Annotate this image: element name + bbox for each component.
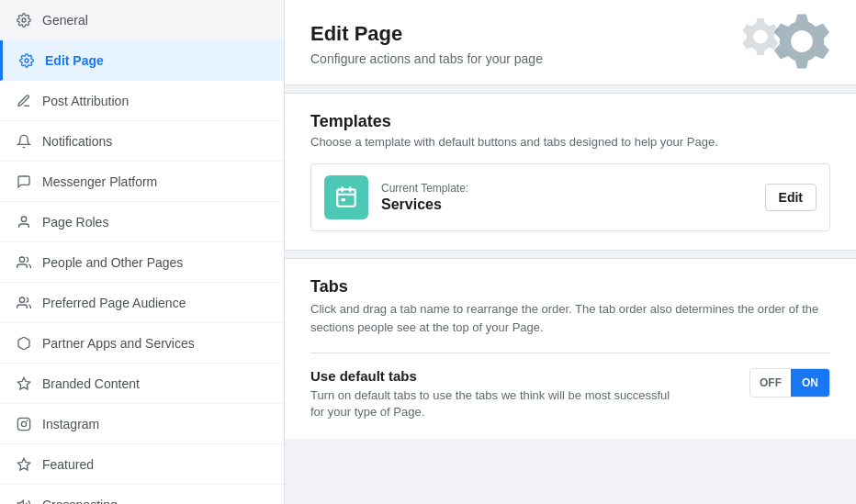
sidebar-item-label-messenger-platform: Messenger Platform <box>42 174 157 189</box>
sidebar-item-label-edit-page: Edit Page <box>45 53 104 68</box>
sidebar-item-branded-content[interactable]: Branded Content <box>0 364 284 404</box>
templates-title: Templates <box>310 112 830 131</box>
template-icon <box>324 175 368 219</box>
sidebar-item-label-featured: Featured <box>42 457 94 472</box>
page-header: Edit Page Configure actions and tabs for… <box>285 0 856 85</box>
template-info: Current Template: Services <box>381 182 752 213</box>
svg-rect-15 <box>342 198 345 201</box>
sidebar-item-featured[interactable]: Featured <box>0 444 284 485</box>
svg-point-4 <box>19 297 24 302</box>
edit-page-icon <box>17 51 36 70</box>
post-attribution-icon <box>15 92 33 110</box>
page-title: Edit Page <box>310 22 543 46</box>
sidebar-item-edit-page[interactable]: Edit Page <box>0 40 284 81</box>
sidebar-item-label-general: General <box>42 13 88 28</box>
default-tabs-text: Use default tabs Turn on default tabs to… <box>310 368 678 420</box>
sidebar-item-label-preferred-page-audience: Preferred Page Audience <box>42 296 186 310</box>
tabs-section-description: Click and drag a tab name to rearrange t… <box>310 300 830 336</box>
gear-decoration <box>738 9 834 73</box>
default-tabs-row: Use default tabs Turn on default tabs to… <box>310 353 830 420</box>
sidebar-item-notifications[interactable]: Notifications <box>0 121 284 162</box>
messenger-platform-icon <box>15 173 33 191</box>
default-tabs-label: Use default tabs <box>310 368 678 384</box>
sidebar-item-label-page-roles: Page Roles <box>42 215 108 230</box>
current-template-label: Current Template: <box>381 182 752 195</box>
sidebar-item-label-post-attribution: Post Attribution <box>42 94 129 108</box>
sidebar-item-label-notifications: Notifications <box>42 134 112 149</box>
sidebar-item-post-attribution[interactable]: Post Attribution <box>0 81 284 121</box>
svg-marker-5 <box>17 377 29 389</box>
crossposting-icon <box>15 496 33 505</box>
sidebar: GeneralEdit PagePost AttributionNotifica… <box>0 0 285 504</box>
templates-description: Choose a template with default buttons a… <box>310 135 830 149</box>
sidebar-item-messenger-platform[interactable]: Messenger Platform <box>0 162 284 202</box>
main-content: Edit Page Configure actions and tabs for… <box>285 0 856 504</box>
gear-big-icon <box>770 9 834 73</box>
svg-point-1 <box>25 59 28 62</box>
sidebar-item-people-other-pages[interactable]: People and Other Pages <box>0 242 284 283</box>
sidebar-item-label-branded-content: Branded Content <box>42 376 140 391</box>
sidebar-item-general[interactable]: General <box>0 0 284 40</box>
sidebar-item-label-partner-apps: Partner Apps and Services <box>42 336 195 351</box>
featured-icon <box>15 455 33 474</box>
page-subtitle: Configure actions and tabs for your page <box>310 51 543 66</box>
template-card: Current Template: Services Edit <box>310 163 830 231</box>
svg-marker-9 <box>17 458 29 470</box>
sidebar-item-crossposting[interactable]: Crossposting <box>0 485 284 504</box>
sidebar-item-label-instagram: Instagram <box>42 417 99 431</box>
tabs-section: Tabs Click and drag a tab name to rearra… <box>285 258 856 439</box>
svg-rect-6 <box>17 418 29 430</box>
svg-marker-10 <box>17 500 23 504</box>
notifications-icon <box>15 132 33 151</box>
page-header-text: Edit Page Configure actions and tabs for… <box>310 22 543 66</box>
sidebar-item-label-people-other-pages: People and Other Pages <box>42 255 183 270</box>
svg-rect-11 <box>337 189 355 206</box>
calendar-icon <box>334 185 358 209</box>
svg-point-3 <box>19 257 24 262</box>
branded-content-icon <box>15 375 33 393</box>
toggle-off-label[interactable]: OFF <box>750 369 791 397</box>
svg-point-8 <box>27 420 28 421</box>
default-tabs-toggle[interactable]: OFF ON <box>749 368 830 398</box>
current-template-name: Services <box>381 196 752 213</box>
svg-point-7 <box>21 421 26 426</box>
sidebar-item-preferred-page-audience[interactable]: Preferred Page Audience <box>0 283 284 323</box>
instagram-icon <box>15 415 33 433</box>
general-icon <box>15 11 33 29</box>
template-edit-button[interactable]: Edit <box>765 184 817 211</box>
sidebar-item-instagram[interactable]: Instagram <box>0 404 284 444</box>
svg-point-2 <box>21 217 26 221</box>
sidebar-item-label-crossposting: Crossposting <box>42 498 118 505</box>
svg-point-0 <box>22 18 26 22</box>
templates-section: Templates Choose a template with default… <box>285 93 856 251</box>
toggle-on-label[interactable]: ON <box>791 369 829 397</box>
people-other-pages-icon <box>15 253 33 272</box>
sidebar-item-partner-apps[interactable]: Partner Apps and Services <box>0 323 284 364</box>
tabs-section-title: Tabs <box>310 277 830 297</box>
default-tabs-sublabel: Turn on default tabs to use the tabs we … <box>310 387 678 420</box>
preferred-page-audience-icon <box>15 294 33 312</box>
partner-apps-icon <box>15 334 33 353</box>
sidebar-item-page-roles[interactable]: Page Roles <box>0 202 284 242</box>
page-roles-icon <box>15 213 33 231</box>
